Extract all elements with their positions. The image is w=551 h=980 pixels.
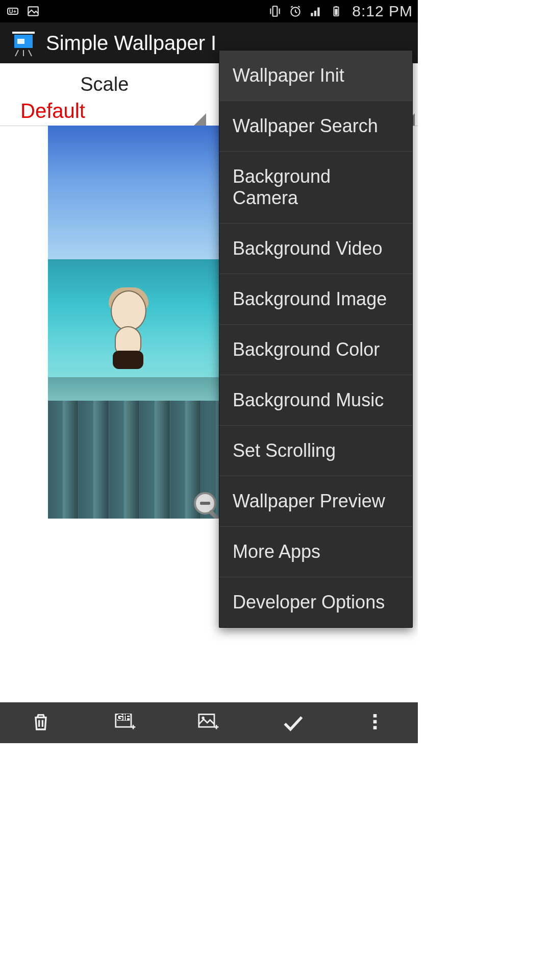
menu-item-background-video[interactable]: Background Video	[219, 224, 412, 274]
easel-picture-icon	[9, 29, 38, 57]
menu-item-set-scrolling[interactable]: Set Scrolling	[219, 426, 412, 476]
picture-icon	[26, 4, 41, 19]
battery-icon	[329, 4, 344, 19]
svg-point-18	[202, 717, 205, 720]
image-plus-icon	[197, 712, 220, 734]
menu-item-developer-options[interactable]: Developer Options	[219, 577, 412, 627]
svg-rect-20	[373, 720, 377, 724]
carrier-icon: U+	[5, 4, 20, 19]
menu-item-background-music[interactable]: Background Music	[219, 375, 412, 426]
add-image-button[interactable]	[167, 702, 251, 743]
gif-plus-icon: GIF	[114, 712, 137, 734]
status-bar: U+ 8:12 PM	[0, 0, 418, 22]
add-gif-button[interactable]: GIF	[84, 702, 167, 743]
menu-item-wallpaper-init[interactable]: Wallpaper Init	[219, 51, 412, 101]
overflow-button[interactable]	[334, 702, 418, 743]
menu-item-background-image[interactable]: Background Image	[219, 274, 412, 325]
menu-item-more-apps[interactable]: More Apps	[219, 527, 412, 577]
svg-rect-8	[12, 32, 35, 34]
overflow-menu: Wallpaper Init Wallpaper Search Backgrou…	[219, 50, 413, 628]
svg-rect-12	[200, 502, 210, 505]
menu-item-background-color[interactable]: Background Color	[219, 325, 412, 375]
trash-icon	[31, 712, 53, 734]
more-vert-icon	[365, 712, 387, 734]
svg-rect-19	[373, 714, 377, 718]
svg-rect-13	[208, 509, 220, 519]
chevron-down-icon	[194, 113, 206, 126]
svg-text:GIF: GIF	[116, 713, 131, 722]
delete-button[interactable]	[0, 702, 84, 743]
preview-foreground-figure[interactable]	[106, 290, 152, 377]
svg-rect-3	[273, 6, 278, 16]
vibrate-icon	[267, 4, 283, 19]
check-icon	[281, 712, 304, 734]
confirm-button[interactable]	[251, 702, 334, 743]
scale-label: Scale	[0, 74, 209, 95]
bottom-action-bar: GIF	[0, 702, 418, 743]
svg-rect-17	[199, 715, 214, 727]
svg-text:U+: U+	[9, 8, 16, 14]
svg-rect-21	[373, 726, 377, 729]
status-time: 8:12 PM	[352, 3, 413, 20]
scale-dropdown[interactable]: Default	[0, 95, 209, 126]
svg-rect-7	[335, 9, 338, 15]
menu-item-wallpaper-search[interactable]: Wallpaper Search	[219, 101, 412, 152]
menu-item-background-camera[interactable]: Background Camera	[219, 152, 412, 224]
menu-item-wallpaper-preview[interactable]: Wallpaper Preview	[219, 476, 412, 527]
app-title: Simple Wallpaper I	[46, 32, 216, 55]
svg-rect-10	[17, 39, 24, 44]
svg-rect-6	[335, 6, 337, 7]
alarm-icon	[288, 4, 303, 19]
scale-dropdown-value: Default	[20, 100, 85, 122]
signal-icon	[308, 4, 323, 19]
